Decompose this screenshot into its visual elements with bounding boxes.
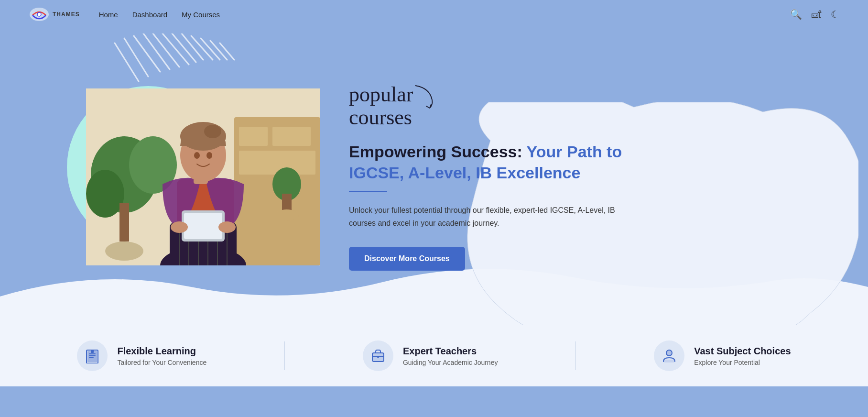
svg-rect-52 [91,350,94,353]
decorative-arrow [413,83,439,112]
divider-2 [575,341,576,370]
svg-rect-18 [239,151,315,175]
logo: THAMES [29,6,80,23]
svg-point-40 [194,152,200,159]
briefcase-icon [370,348,386,363]
flexible-learning-subtitle: Tailored for Your Convenience [117,359,206,366]
hero-content: popular courses Empowering Success: Your… [349,83,830,271]
vast-subjects-title: Vast Subject Choices [694,346,791,357]
expert-teachers-icon-circle [363,340,393,371]
feature-flexible-learning: Flexible Learning Tailored for Your Conv… [77,340,206,371]
vast-subjects-subtitle: Explore Your Potential [694,359,791,366]
divider-1 [284,341,285,370]
svg-line-5 [143,33,170,69]
hero-underline [349,191,387,192]
svg-point-45 [218,221,236,233]
vast-subjects-icon-circle [654,340,684,371]
login-icon[interactable]: 🛋 [812,9,821,20]
flexible-learning-text: Flexible Learning Tailored for Your Conv… [117,346,206,366]
discover-more-button[interactable]: Discover More Courses [349,247,465,271]
svg-line-8 [172,33,196,62]
svg-line-13 [220,43,234,60]
svg-point-20 [86,170,124,218]
svg-rect-16 [239,127,268,146]
hero-title-black: Empowering Success: [349,143,527,161]
svg-point-23 [105,241,143,261]
feature-expert-teachers: Expert Teachers Guiding Your Academic Jo… [363,340,498,371]
svg-line-11 [201,38,220,60]
nav-home[interactable]: Home [99,11,118,19]
popular-line1: popular [349,83,413,106]
svg-line-3 [124,38,148,77]
expert-teachers-subtitle: Guiding Your Academic Journey [403,359,498,366]
nav-dashboard[interactable]: Dashboard [132,11,167,19]
svg-point-44 [171,221,188,233]
moon-icon[interactable]: ☾ [831,9,839,20]
popular-courses-label: popular courses [349,83,413,130]
nav-my-courses[interactable]: My Courses [182,11,220,19]
svg-rect-17 [272,127,311,146]
svg-rect-22 [119,203,129,241]
svg-point-39 [204,125,221,138]
navbar: THAMES Home Dashboard My Courses 🔍 🛋 ☾ [0,0,868,29]
hero-text: popular courses Empowering Success: Your… [349,83,626,271]
svg-line-9 [182,33,203,60]
svg-rect-43 [184,213,222,239]
hero-image [86,88,320,265]
svg-point-41 [206,152,212,159]
search-icon[interactable]: 🔍 [790,9,802,20]
flexible-learning-icon-circle [77,340,108,371]
hero-description: Unlock your fullest potential through ou… [349,204,626,230]
svg-rect-59 [663,360,675,362]
feature-vast-subjects: Vast Subject Choices Explore Your Potent… [654,340,791,371]
person-icon [662,348,677,363]
book-icon [85,348,100,363]
logo-text: THAMES [53,11,80,18]
svg-line-4 [134,36,160,72]
flexible-learning-title: Flexible Learning [117,346,206,357]
svg-line-6 [153,33,179,67]
svg-point-1 [37,12,41,16]
svg-line-12 [210,41,227,60]
nav-links: Home Dashboard My Courses [99,11,790,19]
expert-teachers-text: Expert Teachers Guiding Your Academic Jo… [403,346,498,366]
features-bar: Flexible Learning Tailored for Your Conv… [0,325,868,386]
svg-line-7 [163,33,189,65]
svg-line-2 [115,43,139,81]
hero-title: Empowering Success: Your Path to IGCSE, … [349,141,626,183]
svg-line-10 [191,36,213,60]
svg-rect-56 [377,356,379,358]
vast-subjects-text: Vast Subject Choices Explore Your Potent… [694,346,791,366]
svg-point-26 [275,209,299,221]
popular-line2: courses [349,106,413,129]
nav-right: 🔍 🛋 ☾ [790,9,839,20]
expert-teachers-title: Expert Teachers [403,346,498,357]
